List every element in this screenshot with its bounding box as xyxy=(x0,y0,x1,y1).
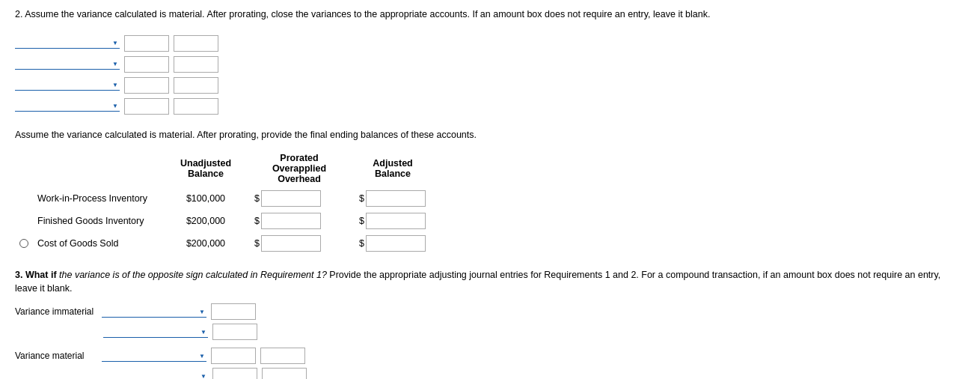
circle-marker-cogs xyxy=(19,239,28,248)
debit-input-3[interactable] xyxy=(124,77,169,94)
row-prorated-cogs: $ xyxy=(247,232,352,255)
row-adj-cogs: $ xyxy=(352,232,434,255)
debit-input-1[interactable] xyxy=(124,35,169,52)
variance-material-label: Variance material xyxy=(15,351,97,361)
input-vm-1b[interactable] xyxy=(260,348,305,364)
account-select-1[interactable] xyxy=(15,37,120,49)
row-unadj-wip: $100,000 xyxy=(165,187,247,210)
variance-immaterial-row-2 xyxy=(103,324,965,340)
dropdown-wrapper-1[interactable] xyxy=(15,37,120,49)
dropdown-wrapper-vim-2[interactable] xyxy=(103,327,208,338)
dollar-sign-cogs-prorated: $ xyxy=(254,238,260,249)
adj-input-cogs[interactable] xyxy=(366,235,426,252)
table-row: Finished Goods Inventory $200,000 $ $ xyxy=(30,210,434,232)
adj-input-fgi[interactable] xyxy=(366,213,426,229)
req3-em: the variance is of the opposite sign cal… xyxy=(57,270,327,280)
table-row: Work-in-Process Inventory $100,000 $ $ xyxy=(30,187,434,210)
dropdown-wrapper-vm-2[interactable] xyxy=(103,371,208,380)
dollar-sign-fgi-prorated: $ xyxy=(254,216,260,226)
row-prorated-wip: $ xyxy=(247,187,352,210)
table-header-row: Unadjusted Balance Prorated Overapplied … xyxy=(30,150,434,187)
variance-material-row-1: Variance material xyxy=(15,348,965,364)
debit-input-2[interactable] xyxy=(124,56,169,73)
prorated-input-wrapper-cogs: $ xyxy=(254,235,344,252)
prorated-input-wrapper-wip: $ xyxy=(254,190,344,207)
dropdown-wrapper-3[interactable] xyxy=(15,79,120,91)
credit-input-3[interactable] xyxy=(174,77,218,94)
dropdown-wrapper-vim-1[interactable] xyxy=(102,306,206,318)
adj-header-line1: Adjusted xyxy=(359,158,426,169)
dollar-sign-cogs-adj: $ xyxy=(359,238,364,249)
col-unadj-header: Unadjusted Balance xyxy=(165,150,247,187)
variance-immaterial-row-1: Variance immaterial xyxy=(15,303,965,320)
account-select-vim-1[interactable] xyxy=(102,306,206,318)
balance-table-section: Assume the variance calculated is materi… xyxy=(15,128,965,255)
entry-row-1 xyxy=(15,35,965,52)
table-intro-text: Assume the variance calculated is materi… xyxy=(15,128,965,142)
dropdown-wrapper-4[interactable] xyxy=(15,100,120,112)
credit-input-2[interactable] xyxy=(174,56,218,73)
input-vm-2b[interactable] xyxy=(262,368,307,379)
instruction-2-text: 2. Assume the variance calculated is mat… xyxy=(15,7,965,22)
col-adj-header: Adjusted Balance xyxy=(352,150,434,187)
account-select-3[interactable] xyxy=(15,79,120,91)
req3-instruction: 3. What if the variance is of the opposi… xyxy=(15,268,965,297)
row-label-wip: Work-in-Process Inventory xyxy=(30,187,165,210)
input-vm-1a[interactable] xyxy=(211,348,256,364)
entry-row-4 xyxy=(15,98,965,115)
balance-table: Unadjusted Balance Prorated Overapplied … xyxy=(30,150,434,255)
dropdown-wrapper-2[interactable] xyxy=(15,58,120,70)
adj-input-wrapper-wip: $ xyxy=(359,190,426,207)
prorated-input-fgi[interactable] xyxy=(261,213,321,229)
dollar-sign-wip-adj: $ xyxy=(359,193,364,204)
prorated-header-line1: Prorated Overapplied xyxy=(254,153,344,174)
row-label-cogs-text: Cost of Goods Sold xyxy=(37,238,118,249)
input-vim-2[interactable] xyxy=(212,324,257,340)
account-select-4[interactable] xyxy=(15,100,120,112)
adj-header-line2: Balance xyxy=(359,169,426,179)
table-row: Cost of Goods Sold $200,000 $ $ xyxy=(30,232,434,255)
unadj-header-line2: Balance xyxy=(172,169,239,179)
row-label-fgi: Finished Goods Inventory xyxy=(30,210,165,232)
section-2-entries xyxy=(15,35,965,115)
dollar-sign-fgi-adj: $ xyxy=(359,216,364,226)
row-adj-fgi: $ xyxy=(352,210,434,232)
account-select-vm-1[interactable] xyxy=(102,351,206,362)
row-unadj-fgi: $200,000 xyxy=(165,210,247,232)
dollar-sign-wip-prorated: $ xyxy=(254,193,260,204)
dropdown-wrapper-vm-1[interactable] xyxy=(102,351,206,362)
prorated-header-line2: Overhead xyxy=(254,174,344,184)
credit-input-1[interactable] xyxy=(174,35,218,52)
variance-immaterial-block: Variance immaterial xyxy=(15,303,965,340)
debit-input-4[interactable] xyxy=(124,98,169,115)
req3-bold: 3. What if xyxy=(15,270,57,280)
unadj-header-line1: Unadjusted xyxy=(172,158,239,169)
row-adj-wip: $ xyxy=(352,187,434,210)
input-vm-2a[interactable] xyxy=(212,368,257,379)
prorated-input-wrapper-fgi: $ xyxy=(254,213,344,229)
variance-immaterial-label: Variance immaterial xyxy=(15,306,97,317)
col-prorated-header: Prorated Overapplied Overhead xyxy=(247,150,352,187)
row-label-cogs: Cost of Goods Sold xyxy=(30,232,165,255)
col-label-header xyxy=(30,150,165,187)
input-vim-1[interactable] xyxy=(211,303,256,320)
adj-input-wip[interactable] xyxy=(366,190,426,207)
variance-material-block: Variance material xyxy=(15,348,965,379)
account-select-2[interactable] xyxy=(15,58,120,70)
account-select-vim-2[interactable] xyxy=(103,327,208,338)
requirement-3-section: 3. What if the variance is of the opposi… xyxy=(15,268,965,380)
prorated-input-cogs[interactable] xyxy=(261,235,321,252)
adj-input-wrapper-fgi: $ xyxy=(359,213,426,229)
variance-material-row-2 xyxy=(103,368,965,379)
adj-input-wrapper-cogs: $ xyxy=(359,235,426,252)
account-select-vm-2[interactable] xyxy=(103,371,208,380)
prorated-input-wip[interactable] xyxy=(261,190,321,207)
credit-input-4[interactable] xyxy=(174,98,218,115)
entry-row-3 xyxy=(15,77,965,94)
row-unadj-cogs: $200,000 xyxy=(165,232,247,255)
row-prorated-fgi: $ xyxy=(247,210,352,232)
instruction-2: 2. Assume the variance calculated is mat… xyxy=(15,7,965,22)
entry-row-2 xyxy=(15,56,965,73)
